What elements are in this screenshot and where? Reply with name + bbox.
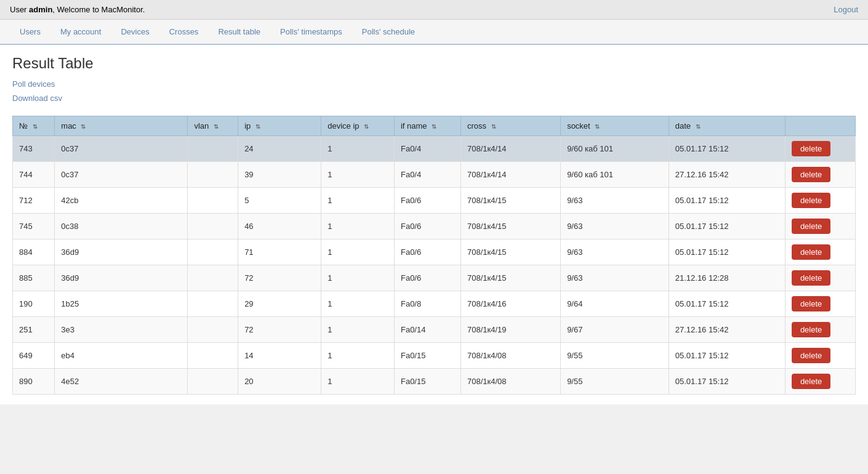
cell-vlan xyxy=(188,316,238,342)
cell-cross: 708/1к4/15 xyxy=(461,239,561,265)
table-row: 7450c38461Fa0/6708/1к4/159/6305.01.17 15… xyxy=(13,213,856,239)
cell-ip: 24 xyxy=(238,135,321,161)
cell-date: 05.01.17 15:12 xyxy=(669,342,785,368)
cell-if-name: Fa0/15 xyxy=(394,368,460,394)
cell-no: 745 xyxy=(13,213,55,239)
user-prefix: User xyxy=(10,5,29,14)
cell-vlan xyxy=(188,135,238,161)
table-row: 649eb4141Fa0/15708/1к4/089/5505.01.17 15… xyxy=(13,342,856,368)
delete-button[interactable]: delete xyxy=(792,219,830,234)
delete-button[interactable]: delete xyxy=(792,193,830,208)
delete-button[interactable]: delete xyxy=(792,348,830,363)
nav-item-users[interactable]: Users xyxy=(10,20,50,45)
cell-socket: 9/63 xyxy=(561,265,669,291)
col-header-no[interactable]: № ⇅ xyxy=(13,116,55,135)
cell-mac: 0c38 xyxy=(55,213,188,239)
delete-button[interactable]: delete xyxy=(792,270,830,286)
cell-socket: 9/55 xyxy=(561,342,669,368)
cell-socket: 9/63 xyxy=(561,187,669,213)
logout-link[interactable]: Logout xyxy=(834,5,858,14)
nav-item-my-account[interactable]: My account xyxy=(50,20,111,45)
cell-cross: 708/1к4/16 xyxy=(461,291,561,316)
cell-vlan xyxy=(188,265,238,291)
cell-socket: 9/63 xyxy=(561,213,669,239)
delete-button[interactable]: delete xyxy=(792,244,830,260)
cell-mac: 0c37 xyxy=(55,135,188,161)
cell-cross: 708/1к4/08 xyxy=(461,342,561,368)
delete-button[interactable]: delete xyxy=(792,141,830,156)
cell-device-ip: 1 xyxy=(321,342,395,368)
nav-item-polls-timestamps[interactable]: Polls' timestamps xyxy=(270,20,352,45)
col-header-date[interactable]: date ⇅ xyxy=(669,116,785,135)
cell-action: delete xyxy=(785,161,855,187)
col-header-cross[interactable]: cross ⇅ xyxy=(461,116,561,135)
cell-no: 649 xyxy=(13,342,55,368)
nav-bar: UsersMy accountDevicesCrossesResult tabl… xyxy=(0,20,868,45)
nav-item-devices[interactable]: Devices xyxy=(111,20,159,45)
cell-if-name: Fa0/6 xyxy=(394,187,460,213)
cell-action: delete xyxy=(785,368,855,394)
table-header-row: № ⇅ mac ⇅ vlan ⇅ ip ⇅ device ip ⇅ if nam… xyxy=(13,116,856,135)
cell-ip: 14 xyxy=(238,342,321,368)
cell-if-name: Fa0/15 xyxy=(394,342,460,368)
col-header-mac[interactable]: mac ⇅ xyxy=(55,116,188,135)
delete-button[interactable]: delete xyxy=(792,322,830,337)
result-table: № ⇅ mac ⇅ vlan ⇅ ip ⇅ device ip ⇅ if nam… xyxy=(12,116,856,395)
cell-ip: 72 xyxy=(238,316,321,342)
cell-device-ip: 1 xyxy=(321,213,395,239)
cell-cross: 708/1к4/14 xyxy=(461,135,561,161)
cell-vlan xyxy=(188,213,238,239)
cell-socket: 9/63 xyxy=(561,239,669,265)
cell-date: 05.01.17 15:12 xyxy=(669,213,785,239)
table-row: 71242cb51Fa0/6708/1к4/159/6305.01.17 15:… xyxy=(13,187,856,213)
nav-item-result-table[interactable]: Result table xyxy=(208,20,270,45)
cell-action: delete xyxy=(785,291,855,316)
delete-button[interactable]: delete xyxy=(792,296,830,311)
cell-mac: 4e52 xyxy=(55,368,188,394)
cell-device-ip: 1 xyxy=(321,161,395,187)
cell-no: 884 xyxy=(13,239,55,265)
cell-ip: 71 xyxy=(238,239,321,265)
cell-ip: 72 xyxy=(238,265,321,291)
col-header-if-name[interactable]: if name ⇅ xyxy=(394,116,460,135)
cell-if-name: Fa0/6 xyxy=(394,213,460,239)
cell-ip: 5 xyxy=(238,187,321,213)
cell-cross: 708/1к4/14 xyxy=(461,161,561,187)
cell-no: 885 xyxy=(13,265,55,291)
delete-button[interactable]: delete xyxy=(792,167,830,182)
cell-no: 712 xyxy=(13,187,55,213)
cell-mac: 1b25 xyxy=(55,291,188,316)
col-header-vlan[interactable]: vlan ⇅ xyxy=(188,116,238,135)
cell-no: 890 xyxy=(13,368,55,394)
table-row: 1901b25291Fa0/8708/1к4/169/6405.01.17 15… xyxy=(13,291,856,316)
cell-date: 05.01.17 15:12 xyxy=(669,187,785,213)
col-header-ip[interactable]: ip ⇅ xyxy=(238,116,321,135)
cell-date: 27.12.16 15:42 xyxy=(669,161,785,187)
user-info: User admin, Welcome to MacMonitor. xyxy=(10,5,145,14)
cell-no: 190 xyxy=(13,291,55,316)
col-header-device-ip[interactable]: device ip ⇅ xyxy=(321,116,395,135)
cell-no: 251 xyxy=(13,316,55,342)
poll-devices-link[interactable]: Poll devices xyxy=(12,77,856,91)
cell-date: 21.12.16 12:28 xyxy=(669,265,785,291)
nav-item-polls-schedule[interactable]: Polls' schedule xyxy=(352,20,425,45)
nav-item-crosses[interactable]: Crosses xyxy=(159,20,209,45)
col-header-socket[interactable]: socket ⇅ xyxy=(561,116,669,135)
cell-if-name: Fa0/4 xyxy=(394,161,460,187)
delete-button[interactable]: delete xyxy=(792,374,830,389)
cell-vlan xyxy=(188,187,238,213)
cell-no: 743 xyxy=(13,135,55,161)
download-csv-link[interactable]: Download csv xyxy=(12,91,856,105)
welcome-text: , Welcome to MacMonitor. xyxy=(52,5,145,14)
cell-no: 744 xyxy=(13,161,55,187)
cell-socket: 9/64 xyxy=(561,291,669,316)
cell-action: delete xyxy=(785,187,855,213)
table-row: 7440c37391Fa0/4708/1к4/149/60 каб 10127.… xyxy=(13,161,856,187)
col-header-action xyxy=(785,116,855,135)
cell-device-ip: 1 xyxy=(321,368,395,394)
cell-if-name: Fa0/6 xyxy=(394,265,460,291)
cell-mac: 3e3 xyxy=(55,316,188,342)
cell-ip: 46 xyxy=(238,213,321,239)
cell-vlan xyxy=(188,342,238,368)
cell-cross: 708/1к4/19 xyxy=(461,316,561,342)
